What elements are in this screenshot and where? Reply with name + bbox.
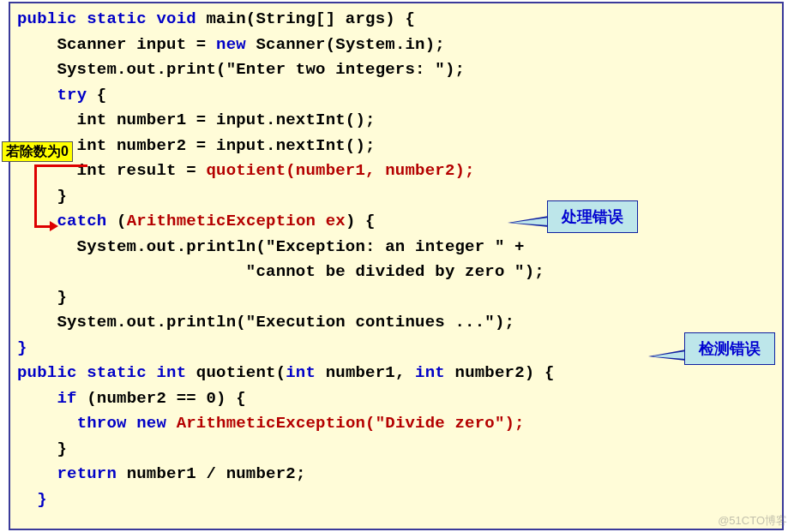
catch-type: ArithmeticException ex (127, 212, 346, 230)
l18: } (17, 439, 67, 458)
l2a: Scanner input = (17, 35, 216, 54)
watermark: @51CTO博客 (718, 513, 787, 529)
callout-detect-error: 检测错误 (684, 332, 775, 365)
l17sp (166, 414, 177, 433)
kw-int2: int (415, 363, 445, 382)
l19a (17, 464, 57, 483)
l15b: quotient( (186, 363, 286, 382)
main-sig: main(String[] args) { (196, 9, 415, 28)
kw-return: return (57, 464, 117, 483)
l3: System.out.print("Enter two integers: ")… (17, 60, 465, 79)
kw-try: try (57, 86, 87, 105)
l16a (17, 389, 57, 408)
red-arrowhead-icon (50, 221, 58, 231)
l11: "cannot be divided by zero "); (17, 262, 544, 281)
l15f: number2) { (445, 363, 555, 382)
l9c: ( (106, 212, 126, 230)
l5: int number1 = input.nextInt(); (17, 111, 376, 129)
l16c: (number2 == 0) { (77, 389, 246, 408)
kw-int1: int (286, 363, 316, 382)
l2c: Scanner(System.in); (246, 35, 445, 54)
kw-new1: new (216, 35, 246, 54)
annotation-divisor-zero: 若除数为0 (2, 141, 73, 162)
call-quotient: quotient(number1, number2); (206, 161, 474, 180)
l14: } (17, 338, 27, 357)
code-block: public static void main(String[] args) {… (17, 7, 775, 512)
callout-tail (652, 351, 686, 359)
l12: } (17, 288, 67, 307)
l10: System.out.println("Exception: an intege… (17, 237, 525, 256)
l9e: ) { (346, 212, 376, 230)
kw-catch: catch (57, 212, 106, 230)
callout-handle-error: 处理错误 (547, 200, 638, 233)
kw-public-static-int: public static int (17, 363, 186, 382)
l7a: int result = (17, 161, 206, 180)
callout-tail (511, 218, 549, 225)
code-panel: public static void main(String[] args) {… (9, 2, 784, 530)
throw-expr: ArithmeticException("Divide zero"); (177, 414, 525, 433)
l4a (17, 86, 57, 105)
l8: } (17, 187, 67, 206)
l13: System.out.println("Execution continues … (17, 313, 514, 332)
kw-throw-new: throw new (77, 414, 166, 433)
l17a (17, 414, 77, 433)
kw-if: if (57, 389, 76, 408)
l20: } (17, 490, 47, 509)
l4c: { (87, 86, 106, 105)
kw-public-static-void: public static void (17, 9, 196, 28)
l19c: number1 / number2; (117, 464, 305, 483)
l15d: number1, (316, 363, 415, 382)
